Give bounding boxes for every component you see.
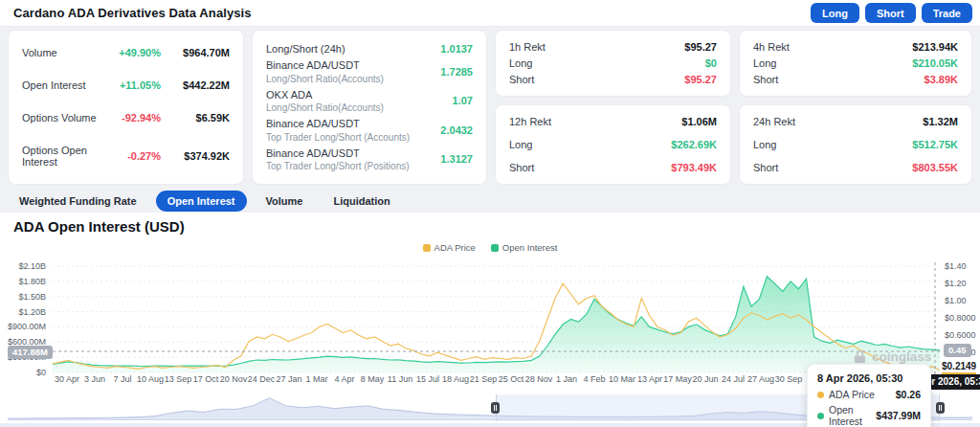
x-tick: 17 Oct [193, 374, 219, 384]
summary-cards: Volume+49.90%$964.70MOpen Interest+11.05… [8, 30, 972, 185]
x-tick: 7 Jul [113, 374, 131, 384]
rekt-card-4h: 4h Rekt$213.94KLong$210.05KShort$3.89K [739, 30, 972, 97]
open-interest-dot-icon [817, 413, 824, 419]
rekt-long-row: Long$210.05K [753, 57, 958, 69]
chart-section: ADA Open Interest (USD) ADA Price Open I… [0, 213, 980, 427]
ratio-label: Long/Short (24h) [266, 42, 345, 56]
x-tick: 27 Jan [276, 374, 301, 384]
stat-value: $6.59K [161, 112, 230, 124]
tooltip-price-value: $0.26 [896, 389, 921, 400]
tab-open-interest[interactable]: Open Interest [156, 191, 247, 212]
rekt-total-row: 1h Rekt$95.27 [509, 41, 717, 53]
coinglass-logo-icon [853, 349, 867, 364]
rekt-long-label: Long [753, 57, 776, 69]
stat-label: Options Volume [22, 112, 97, 124]
tooltip-oi-value: $437.99M [876, 410, 921, 421]
chart-tabs: Weighted Funding RateOpen InterestVolume… [8, 190, 402, 213]
x-tick: 10 Aug [137, 374, 164, 384]
rekt-short-value: $95.27 [684, 74, 717, 85]
ratio-value: 1.0137 [433, 43, 473, 55]
ratio-label: Binance ADA/USDTLong/Short Ratio(Account… [266, 58, 384, 84]
rekt-short-value: $793.49K [671, 162, 717, 173]
legend-label: ADA Price [434, 242, 476, 253]
stat-row: Volume+49.90%$964.70M [22, 47, 230, 58]
ratio-row: Binance ADA/USDTTop Trader Long/Short (A… [266, 117, 473, 143]
rekt-long-row: Long$512.75K [753, 139, 958, 150]
chart-legend: ADA Price Open Interest [0, 242, 980, 253]
rekt-total-value: $1.32M [923, 116, 958, 127]
stat-row: Options Volume-92.94%$6.59K [22, 112, 230, 124]
rekt-short-row: Short$95.27 [509, 74, 717, 85]
ratio-value: 1.07 [445, 95, 473, 106]
stat-percent: -0.27% [105, 150, 161, 162]
rekt-long-value: $512.75K [912, 139, 958, 150]
tooltip-row-price: ADA Price $0.26 [817, 389, 921, 400]
legend-item-ada-price[interactable]: ADA Price [423, 242, 476, 253]
ratio-value: 1.3127 [433, 153, 473, 165]
top-bar: Cardano ADA Derivatives Data Analysis Lo… [0, 0, 980, 27]
ratio-row: Long/Short (24h)1.0137 [266, 42, 473, 56]
rekt-title: 24h Rekt [753, 116, 795, 127]
stat-label: Open Interest [22, 79, 86, 91]
tooltip-row-oi: Open Interest $437.99M [817, 404, 921, 427]
x-tick: 13 Sep [165, 374, 192, 384]
legend-item-open-interest[interactable]: Open Interest [491, 242, 558, 253]
x-tick: 30 Apr [55, 374, 79, 384]
y-tick-left: $2.10B [0, 261, 46, 271]
ratio-row: OKX ADALong/Short Ratio(Accounts)1.07 [266, 88, 473, 114]
x-tick: 20 Jun [692, 374, 718, 384]
y-tick-left: $1.20B [0, 307, 46, 317]
rekt-card-12h: 12h Rekt$1.06MLong$262.69KShort$793.49K [495, 104, 731, 185]
long-button[interactable]: Long [811, 3, 859, 23]
rekt-long-label: Long [509, 139, 532, 150]
ratio-value: 2.0432 [433, 124, 473, 136]
tab-volume[interactable]: Volume [255, 191, 315, 212]
tab-weighted-funding-rate[interactable]: Weighted Funding Rate [8, 191, 148, 212]
x-tick: 20 Nov [220, 374, 248, 384]
ratio-label: Binance ADA/USDTTop Trader Long/Short (P… [266, 146, 410, 172]
chart-title: ADA Open Interest (USD) [13, 218, 185, 235]
trade-button[interactable]: Trade [922, 3, 972, 23]
navigator-left-handle[interactable] [491, 402, 500, 414]
x-tick: 24 Dec [248, 374, 276, 384]
y-tick-left: $1.50B [0, 292, 46, 302]
navigator-right-handle[interactable] [936, 402, 945, 414]
ratio-row: Binance ADA/USDTLong/Short Ratio(Account… [266, 58, 473, 84]
latest-price-marker: $0.2149 [942, 361, 976, 374]
x-tick: 4 Feb [583, 374, 605, 384]
rekt-total-value: $213.94K [912, 41, 958, 53]
rekt-short-row: Short$803.55K [753, 162, 958, 173]
main-chart[interactable] [53, 262, 940, 375]
rekt-total-value: $1.06M [681, 116, 717, 127]
x-tick: 1 Jan [556, 374, 577, 384]
x-tick: 28 Nov [525, 374, 553, 384]
stat-value: $442.22M [161, 79, 230, 91]
y-tick-right: $0.6000 [945, 330, 976, 340]
rekt-title: 1h Rekt [509, 41, 546, 53]
rekt-long-value: $0 [705, 57, 717, 69]
stat-percent: +49.90% [105, 47, 161, 58]
ada-price-dot-icon [817, 392, 824, 398]
tab-liquidation[interactable]: Liquidation [322, 191, 401, 212]
rekt-short-row: Short$3.89K [753, 74, 958, 85]
stat-percent: -92.94% [105, 112, 161, 124]
rekt-short-label: Short [509, 74, 534, 85]
ratio-sublabel: Top Trader Long/Short (Positions) [266, 160, 410, 172]
x-tick: 25 Oct [499, 374, 524, 384]
rekt-long-row: Long$0 [509, 57, 717, 69]
short-button[interactable]: Short [865, 3, 916, 23]
header-buttons: LongShortTrade [811, 3, 972, 23]
ratio-sublabel: Top Trader Long/Short (Accounts) [266, 131, 410, 144]
x-tick: 27 Aug [747, 374, 774, 384]
x-tick: 1 Mar [305, 374, 327, 384]
ratio-value: 1.7285 [433, 66, 473, 78]
x-tick: 18 Aug [442, 374, 469, 384]
x-tick: 11 Jun [388, 374, 412, 384]
x-tick: 3 Jun [84, 374, 105, 384]
x-tick: 13 Apr [637, 374, 662, 384]
rekt-short-label: Short [509, 162, 534, 173]
page-title: Cardano ADA Derivatives Data Analysis [13, 6, 252, 20]
x-tick: 17 May [663, 374, 692, 384]
volume-stats-card: Volume+49.90%$964.70MOpen Interest+11.05… [8, 30, 244, 185]
rekt-card-24h: 24h Rekt$1.32MLong$512.75KShort$803.55K [739, 104, 972, 185]
